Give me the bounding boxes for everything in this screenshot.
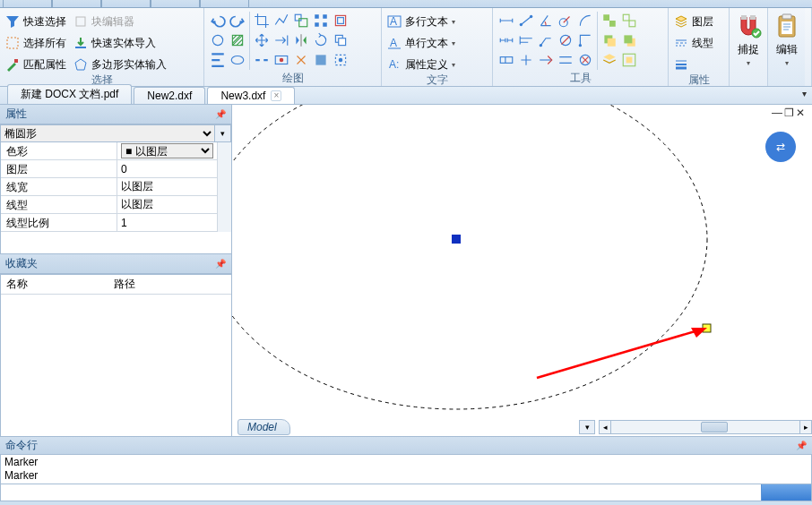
- dim-radius-icon[interactable]: [557, 13, 574, 29]
- array-icon[interactable]: [313, 13, 329, 29]
- properties-scrollbar[interactable]: [217, 142, 231, 232]
- command-line-header[interactable]: 命令行 📌: [0, 437, 812, 455]
- color-select[interactable]: ■ 以图层: [121, 143, 213, 158]
- hatch-icon[interactable]: [229, 32, 246, 48]
- layers-tool-icon[interactable]: [601, 52, 618, 68]
- pin-icon[interactable]: 📌: [215, 259, 226, 269]
- scroll-left-icon[interactable]: ◂: [599, 420, 611, 434]
- snap-button[interactable]: 捕捉 ▾: [730, 8, 767, 86]
- tolerance-icon[interactable]: [498, 52, 514, 68]
- copy-icon[interactable]: [333, 32, 349, 48]
- dim-linear-icon[interactable]: [498, 13, 514, 29]
- prop-value[interactable]: 以图层: [117, 178, 217, 195]
- favorites-panel-header[interactable]: 收藏夹 📌: [0, 253, 231, 274]
- linetype-button[interactable]: 线型: [674, 34, 713, 52]
- select-similar-icon[interactable]: [333, 52, 349, 68]
- crop-icon[interactable]: [254, 13, 270, 29]
- centermark-icon[interactable]: [518, 52, 534, 68]
- break-icon[interactable]: [254, 52, 270, 68]
- ribbon-group-label: 文字: [387, 73, 487, 87]
- redo-icon[interactable]: [229, 13, 246, 29]
- circle-tool-icon[interactable]: [210, 32, 226, 48]
- move-icon[interactable]: [254, 32, 270, 48]
- lineweight-button[interactable]: [674, 56, 713, 73]
- prop-value[interactable]: 0: [117, 160, 217, 177]
- quick-select[interactable]: 快速选择: [5, 13, 66, 30]
- attribute-def[interactable]: A: 属性定义 ▾: [387, 56, 455, 73]
- prop-value[interactable]: 1: [117, 214, 217, 231]
- edit-button[interactable]: 编辑 ▾: [767, 8, 805, 86]
- match-props[interactable]: 匹配属性: [5, 56, 66, 73]
- prop-row-color[interactable]: 色彩 ■ 以图层: [1, 142, 217, 160]
- mirror-icon[interactable]: [293, 32, 309, 48]
- prop-row-layer[interactable]: 图层 0: [1, 160, 217, 178]
- dim-aligned-icon[interactable]: [518, 13, 534, 29]
- prop-row-ltscale[interactable]: 线型比例 1: [1, 214, 217, 232]
- polygon-entity-input[interactable]: 多边形实体输入: [73, 56, 167, 73]
- dim-edit-icon[interactable]: [538, 52, 554, 68]
- scroll-thumb[interactable]: [701, 422, 728, 432]
- back-icon[interactable]: [621, 32, 637, 48]
- layers-icon: [674, 14, 688, 29]
- menu-tab[interactable]: [101, 0, 151, 7]
- quick-entity-import[interactable]: 快速实体导入: [73, 34, 167, 52]
- model-tab[interactable]: Model: [238, 419, 290, 435]
- prop-row-linetype[interactable]: 线型 以图层: [1, 196, 217, 214]
- offset-icon[interactable]: [333, 13, 349, 29]
- command-input[interactable]: [1, 484, 761, 501]
- properties-panel-header[interactable]: 属性 📌: [0, 105, 231, 124]
- favorites-col-name[interactable]: 名称: [1, 275, 108, 294]
- multiline-text[interactable]: A 多行文本 ▾: [387, 13, 455, 30]
- dim-ordinate-icon[interactable]: [577, 32, 593, 48]
- extend-icon[interactable]: [273, 32, 289, 48]
- dim-break-icon[interactable]: [577, 52, 593, 68]
- dim-space-icon[interactable]: [557, 52, 574, 68]
- horizontal-scrollbar[interactable]: ◂ ▸: [599, 420, 812, 434]
- undo-icon[interactable]: [210, 13, 226, 29]
- minimize-panel-icon[interactable]: ▾: [802, 89, 807, 98]
- scale-icon[interactable]: [293, 13, 309, 29]
- menu-tab[interactable]: [151, 0, 200, 7]
- group-icon[interactable]: [601, 13, 618, 29]
- document-tab[interactable]: 新建 DOCX 文档.pdf: [7, 84, 132, 104]
- shape-picker-button[interactable]: ▾: [215, 124, 231, 142]
- pin-icon[interactable]: 📌: [215, 109, 226, 119]
- isolate-icon[interactable]: [621, 52, 637, 68]
- ungroup-icon[interactable]: [621, 13, 637, 29]
- close-icon[interactable]: ×: [271, 90, 281, 101]
- leader-icon[interactable]: [538, 32, 554, 48]
- dim-arc-icon[interactable]: [577, 13, 593, 29]
- favorites-col-path[interactable]: 路径: [108, 275, 141, 294]
- pin-icon[interactable]: 📌: [796, 441, 807, 450]
- shape-type-select[interactable]: 椭圆形: [0, 124, 215, 142]
- align-icon[interactable]: [210, 52, 226, 68]
- document-tab[interactable]: New2.dxf: [134, 87, 205, 104]
- prop-row-lineweight[interactable]: 线宽 以图层: [1, 178, 217, 196]
- scroll-right-icon[interactable]: ▸: [799, 420, 812, 434]
- prop-value[interactable]: 以图层: [117, 196, 217, 213]
- menu-tab[interactable]: [3, 0, 52, 7]
- dim-continue-icon[interactable]: [498, 32, 514, 48]
- layout-dropdown[interactable]: ▾: [579, 420, 595, 434]
- menu-tab[interactable]: [52, 0, 101, 7]
- tool-icon[interactable]: [313, 52, 329, 68]
- ellipse-icon[interactable]: [229, 52, 246, 68]
- dim-angular-icon[interactable]: [538, 13, 554, 29]
- rotate-icon[interactable]: [313, 32, 329, 48]
- region-icon[interactable]: [273, 52, 289, 68]
- dim-diameter-icon[interactable]: [557, 32, 574, 48]
- menu-tab[interactable]: [200, 0, 249, 7]
- select-all[interactable]: 选择所有: [5, 34, 66, 52]
- command-submit[interactable]: [761, 484, 811, 501]
- singleline-text[interactable]: A 单行文本 ▾: [387, 34, 455, 52]
- explode-icon[interactable]: [293, 52, 309, 68]
- layers-button[interactable]: 图层: [674, 13, 713, 30]
- dim-baseline-icon[interactable]: [518, 32, 534, 48]
- center-grip[interactable]: [452, 235, 461, 244]
- ellipse-shape[interactable]: [232, 105, 707, 409]
- drawing-canvas[interactable]: — ❐ ✕ ⇄ Model ▾ ◂ ▸: [232, 105, 812, 436]
- polyline-icon[interactable]: [273, 13, 289, 29]
- front-icon[interactable]: [601, 32, 618, 48]
- document-tab[interactable]: New3.dxf ×: [207, 87, 295, 104]
- svg-point-28: [520, 23, 523, 26]
